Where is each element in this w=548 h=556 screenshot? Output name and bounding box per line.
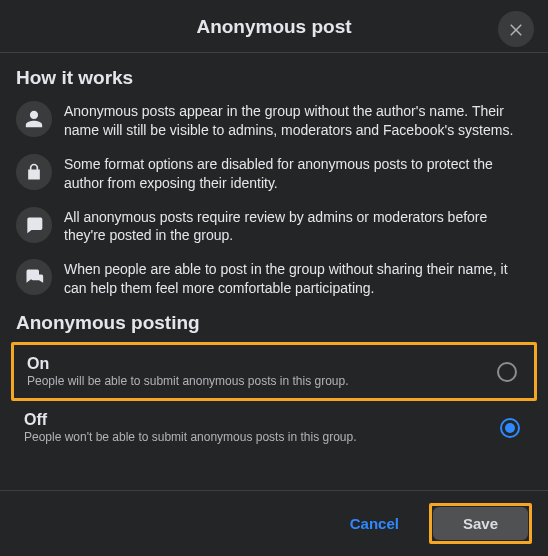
save-button[interactable]: Save	[433, 507, 528, 540]
radio-off[interactable]	[500, 418, 520, 438]
info-row: Anonymous posts appear in the group with…	[16, 101, 532, 140]
info-text: When people are able to post in the grou…	[64, 259, 532, 298]
dialog-footer: Cancel Save	[0, 490, 548, 556]
dialog-title: Anonymous post	[0, 16, 548, 38]
info-row: All anonymous posts require review by ad…	[16, 207, 532, 246]
anonymous-posting-title: Anonymous posting	[16, 312, 532, 334]
option-off-label: Off	[24, 411, 357, 429]
option-on[interactable]: On People will be able to submit anonymo…	[19, 345, 529, 398]
info-row: When people are able to post in the grou…	[16, 259, 532, 298]
close-icon	[507, 20, 525, 38]
info-row: Some format options are disabled for ano…	[16, 154, 532, 193]
review-icon	[16, 207, 52, 243]
option-on-label: On	[27, 355, 349, 373]
close-button[interactable]	[498, 11, 534, 47]
option-off-desc: People won't be able to submit anonymous…	[24, 430, 357, 444]
option-on-desc: People will be able to submit anonymous …	[27, 374, 349, 388]
info-text: Anonymous posts appear in the group with…	[64, 101, 532, 140]
lock-icon	[16, 154, 52, 190]
cancel-button[interactable]: Cancel	[332, 507, 417, 540]
info-text: All anonymous posts require review by ad…	[64, 207, 532, 246]
info-text: Some format options are disabled for ano…	[64, 154, 532, 193]
highlight-on-option: On People will be able to submit anonymo…	[11, 342, 537, 401]
radio-on[interactable]	[497, 362, 517, 382]
anonymous-post-dialog: Anonymous post How it works Anonymous po…	[0, 0, 548, 556]
person-icon	[16, 101, 52, 137]
chat-icon	[16, 259, 52, 295]
highlight-save-button: Save	[429, 503, 532, 544]
option-off[interactable]: Off People won't be able to submit anony…	[16, 401, 532, 454]
dialog-content: How it works Anonymous posts appear in t…	[0, 53, 548, 490]
dialog-header: Anonymous post	[0, 0, 548, 53]
how-it-works-title: How it works	[16, 67, 532, 89]
